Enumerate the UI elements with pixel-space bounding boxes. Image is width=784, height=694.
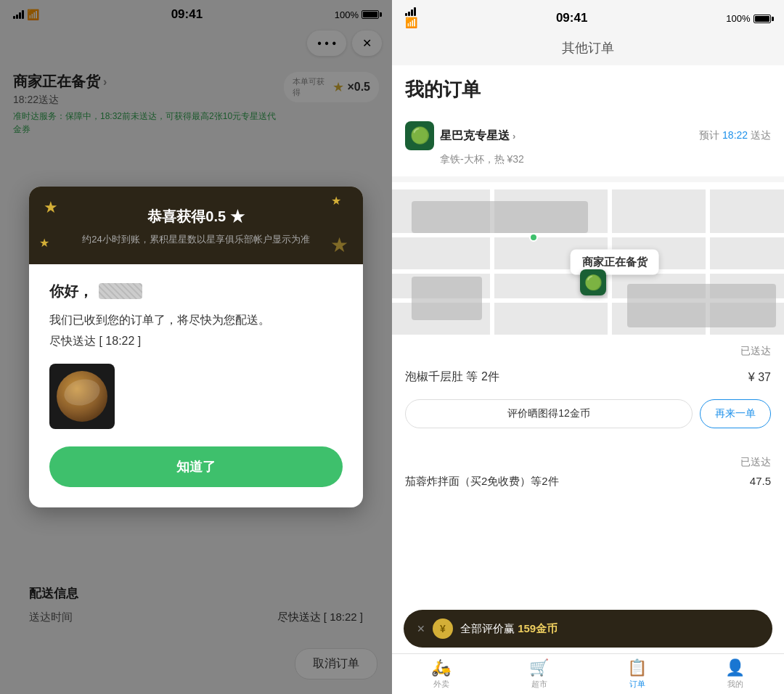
deco-star-bottomright: ★ [330, 233, 348, 257]
left-panel: 📶 09:41 100% • • • ✕ 商家正在备货 › 18:22送达 准时… [0, 0, 392, 694]
starbucks-arrow: › [513, 131, 515, 142]
battery-fill-right [755, 16, 769, 22]
status-bar-right: 📶 09:41 100% [392, 0, 784, 33]
review-button[interactable]: 评价晒图得12金币 [405, 399, 693, 428]
map-area: 商家正在备货 🟢 [392, 189, 784, 335]
tab-mine-icon: 👤 [725, 658, 745, 677]
battery-area-right: 100% [726, 12, 771, 25]
eta-prefix: 预计 [699, 129, 719, 141]
tab-mine-label: 我的 [727, 679, 743, 690]
tab-waimai[interactable]: 🛵 外卖 [392, 654, 490, 694]
deco-star-topright: ★ [331, 194, 341, 208]
msg-line1: 我们已收到您的订单了，将尽快为您配送。 [49, 310, 343, 331]
tab-supermarket-label: 超市 [531, 679, 547, 690]
delivered-order1: 已送达 泡椒千层肚 等 2件 ¥ 37 评价晒图得12金币 再来一单 [392, 335, 784, 444]
starbucks-logo: 🟢 [405, 121, 434, 150]
tab-waimai-icon: 🛵 [431, 658, 451, 677]
rbar4 [414, 7, 416, 16]
starbucks-items: 拿铁-大杯，热 ¥32 [440, 153, 771, 166]
map-road-h1 [392, 233, 784, 237]
item-name2-text: 茄蓉炸拌面（买2免收费）等2件 [405, 475, 559, 487]
modal-header: ★ ★ ★ ★ 恭喜获得0.5 ★ 约24小时到账，累积星星数以星享俱乐部帐户显… [29, 187, 363, 264]
delivered-label2: 已送达 [405, 456, 771, 469]
gold-coin-text: 全部评价赢 159金币 [460, 622, 558, 636]
tab-orders-icon: 📋 [627, 658, 647, 677]
battery-pct-right: 100% [726, 13, 750, 24]
confirm-button[interactable]: 知道了 [49, 446, 343, 487]
deco-star-topleft: ★ [44, 198, 58, 217]
deco-star-bottomleft: ★ [39, 236, 49, 250]
order-item-row1: 泡椒千层肚 等 2件 ¥ 37 [405, 364, 771, 391]
time-right: 09:41 [556, 11, 587, 25]
item-name1: 泡椒千层肚 等 2件 [405, 370, 499, 385]
tab-supermarket-icon: 🛒 [529, 658, 549, 677]
map-background: 商家正在备货 🟢 [392, 189, 784, 335]
item-name2: 茄蓉炸拌面（买2免收费）等2件 [405, 475, 559, 489]
right-header: 其他订单 [392, 33, 784, 65]
right-panel: 📶 09:41 100% 其他订单 我的订单 🟢 星巴克专星送 [392, 0, 784, 694]
gold-text-prefix: 全部评价赢 [460, 622, 515, 634]
greeting-text: 你好， [49, 282, 93, 301]
greeting-scribble [99, 283, 142, 299]
signal-bars-right [405, 7, 417, 16]
tab-orders-label: 订单 [629, 679, 645, 690]
item-price1: ¥ 37 [748, 371, 771, 384]
battery-icon-right [754, 15, 771, 23]
bottom-tab-bar: 🛵 外卖 🛒 超市 📋 订单 👤 我的 [392, 653, 784, 694]
signal-wifi-right: 📶 [405, 7, 417, 29]
gold-banner-close[interactable]: ✕ [417, 623, 425, 634]
starbucks-shop-name: 星巴克专星送 › [440, 128, 515, 144]
tab-waimai-label: 外卖 [433, 679, 449, 690]
order-item-row2: 茄蓉炸拌面（买2免收费）等2件 47.5 [405, 475, 771, 489]
map-scribble1 [412, 201, 588, 233]
msg-line2: 尽快送达 [ 18:22 ] [49, 331, 343, 352]
map-green-dot [529, 233, 538, 242]
gold-coin-banner: ✕ ¥ 全部评价赢 159金币 [404, 610, 772, 648]
map-scribble3 [627, 284, 776, 327]
rbar1 [405, 13, 407, 16]
delivered-order2: 已送达 茄蓉炸拌面（买2免收费）等2件 47.5 [392, 449, 784, 496]
header-title: 其他订单 [562, 39, 614, 57]
rbar3 [411, 9, 413, 16]
tab-orders[interactable]: 📋 订单 [588, 654, 686, 694]
starbucks-eta: 预计 18:22 送达 [699, 129, 771, 142]
eta-suffix: 送达 [751, 129, 771, 141]
modal-card: ★ ★ ★ ★ 恭喜获得0.5 ★ 约24小时到账，累积星星数以星享俱乐部帐户显… [29, 187, 363, 507]
map-scribble2 [412, 277, 482, 320]
reorder-button[interactable]: 再来一单 [700, 399, 771, 428]
coffee-image [49, 364, 115, 429]
starbucks-name-area: 星巴克专星送 › [440, 128, 515, 144]
starbucks-name-text: 星巴克专星送 [440, 128, 510, 144]
starbucks-shop-info: 🟢 星巴克专星送 › [405, 121, 515, 150]
eta-time: 18:22 [722, 129, 748, 141]
rbar2 [408, 12, 410, 16]
greeting: 你好， [49, 282, 343, 301]
right-content: 我的订单 🟢 星巴克专星送 › 预计 18:22 送达 [392, 65, 784, 694]
modal-sub-text: 约24小时到账，累积星星数以星享俱乐部帐户显示为准 [46, 232, 346, 247]
coffee-circle [57, 371, 107, 422]
action-buttons: 评价晒图得12金币 再来一单 [405, 399, 771, 428]
wifi-icon-right: 📶 [405, 17, 417, 28]
congrats-label: 恭喜获得0.5 ★ [147, 208, 244, 224]
starbucks-order-card[interactable]: 🟢 星巴克专星送 › 预计 18:22 送达 拿铁-大杯，热 ¥32 [392, 111, 784, 182]
delivered-label1: 已送达 [405, 345, 771, 358]
my-orders-title: 我的订单 [392, 65, 784, 111]
tab-mine[interactable]: 👤 我的 [686, 654, 784, 694]
tab-supermarket[interactable]: 🛒 超市 [490, 654, 588, 694]
modal-overlay: ★ ★ ★ ★ 恭喜获得0.5 ★ 约24小时到账，累积星星数以星享俱乐部帐户显… [0, 0, 392, 694]
item-price2: 47.5 [750, 475, 771, 489]
starbucks-card-header: 🟢 星巴克专星送 › 预计 18:22 送达 [405, 121, 771, 150]
gold-coin-icon: ¥ [433, 619, 453, 639]
congrats-text: 恭喜获得0.5 ★ [46, 207, 346, 226]
map-starbucks-pin: 🟢 [580, 269, 606, 295]
modal-body: 你好， 我们已收到您的订单了，将尽快为您配送。 尽快送达 [ 18:22 ] 知… [29, 264, 363, 507]
gold-highlight: 159金币 [518, 622, 558, 634]
order-message: 我们已收到您的订单了，将尽快为您配送。 尽快送达 [ 18:22 ] [49, 310, 343, 352]
